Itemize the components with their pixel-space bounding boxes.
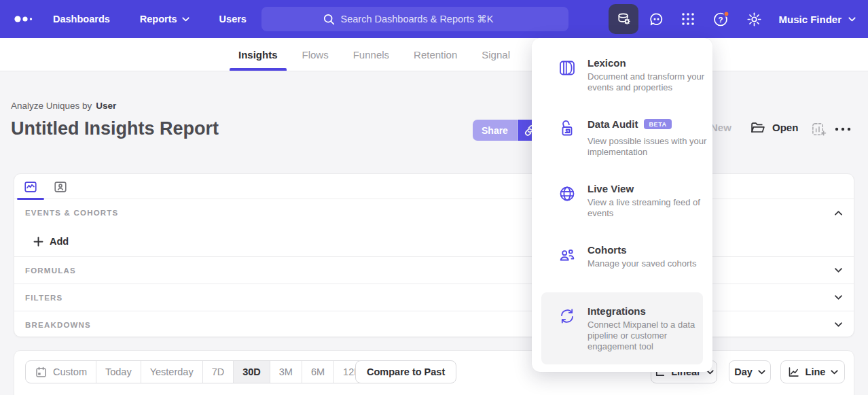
nav-dashboards[interactable]: Dashboards xyxy=(53,14,110,24)
data-management-menu: Lexicon Document and transform your even… xyxy=(532,38,712,372)
range-6m[interactable]: 6M xyxy=(302,361,333,383)
tab-flows[interactable]: Flows xyxy=(293,38,338,71)
breadcrumb: Analyze Uniques byUser xyxy=(11,101,116,111)
add-event-row: Add xyxy=(14,226,854,256)
menu-item-data-audit[interactable]: Data Audit BETA View possible issues wit… xyxy=(558,118,700,158)
time-controls-card: Custom Today Yesterday 7D 30D 3M 6M 12M … xyxy=(14,350,854,395)
workspace-switcher[interactable]: Music Finder xyxy=(778,0,856,38)
menu-item-lexicon[interactable]: Lexicon Document and transform your even… xyxy=(558,57,700,93)
plus-icon xyxy=(33,237,43,247)
menu-item-desc: Manage your saved cohorts xyxy=(587,258,708,269)
filters-label: FILTERS xyxy=(25,294,62,302)
search-icon xyxy=(323,14,335,25)
settings-button[interactable] xyxy=(742,7,766,31)
chevron-down-icon[interactable] xyxy=(834,294,843,300)
events-cohorts-label: EVENTS & COHORTS xyxy=(25,209,118,217)
user-profiles-tab[interactable] xyxy=(46,174,75,199)
menu-item-desc: Document and transform your events and p… xyxy=(587,71,708,93)
report-tabbar: Insights Flows Funnels Retention Signal … xyxy=(0,38,868,71)
chevron-up-icon[interactable] xyxy=(834,210,843,216)
feedback-button[interactable] xyxy=(644,7,668,31)
chevron-down-icon xyxy=(758,370,765,375)
grid-dots-icon xyxy=(680,11,696,27)
chevron-down-icon[interactable] xyxy=(834,267,843,273)
breadcrumb-value[interactable]: User xyxy=(96,101,116,111)
tab-retention[interactable]: Retention xyxy=(405,38,466,71)
chevron-down-icon xyxy=(831,370,838,375)
menu-item-desc: View possible issues with your implement… xyxy=(587,136,708,158)
events-metrics-tab[interactable] xyxy=(16,174,46,199)
query-builder-tabs xyxy=(14,174,854,199)
add-event-button[interactable]: Add xyxy=(33,236,69,247)
data-audit-icon xyxy=(558,120,577,139)
tab-funnels[interactable]: Funnels xyxy=(344,38,398,71)
database-gear-icon xyxy=(615,10,632,28)
menu-item-title: Lexicon xyxy=(587,57,708,69)
help-button[interactable]: ? xyxy=(709,7,734,31)
app-root: Dashboards Reports Users xyxy=(0,0,868,395)
line-chart-icon xyxy=(787,366,800,379)
workspace-name: Music Finder xyxy=(778,14,842,25)
svg-text:?: ? xyxy=(718,16,723,24)
range-7d[interactable]: 7D xyxy=(202,361,234,383)
cohorts-users-icon xyxy=(558,245,577,264)
calendar-icon xyxy=(35,366,48,379)
apps-grid-button[interactable] xyxy=(676,7,700,31)
compare-to-past-button[interactable]: Compare to Past xyxy=(355,360,456,383)
more-dots-icon xyxy=(834,124,852,134)
nav-users[interactable]: Users xyxy=(219,14,247,24)
range-yesterday[interactable]: Yesterday xyxy=(141,361,202,383)
mixpanel-logo-icon[interactable] xyxy=(14,12,34,29)
share-button[interactable]: Share xyxy=(473,120,517,141)
menu-item-title: Live View xyxy=(587,183,708,194)
chart-type-label: Line xyxy=(806,366,826,377)
breakdowns-label: BREAKDOWNS xyxy=(25,321,91,329)
menu-item-live-view[interactable]: Live View View a live streaming feed of … xyxy=(558,183,700,219)
range-custom-label: Custom xyxy=(53,366,87,377)
menu-item-integrations[interactable]: Integrations Connect Mixpanel to a data … xyxy=(541,292,703,364)
interval-label: Day xyxy=(734,366,753,377)
integrations-sync-icon xyxy=(558,307,577,326)
data-management-button[interactable] xyxy=(609,4,638,34)
section-breakdowns[interactable]: BREAKDOWNS xyxy=(14,311,854,338)
global-search[interactable] xyxy=(261,7,568,31)
add-to-dashboard-button[interactable] xyxy=(811,122,827,140)
chevron-down-icon xyxy=(848,17,856,22)
formulas-label: FORMULAS xyxy=(25,267,76,275)
primary-nav: Dashboards Reports Users xyxy=(53,0,247,38)
menu-item-cohorts[interactable]: Cohorts Manage your saved cohorts xyxy=(558,244,700,269)
breadcrumb-prefix: Analyze Uniques by xyxy=(11,101,92,111)
section-events-cohorts[interactable]: EVENTS & COHORTS xyxy=(14,199,854,226)
menu-item-title: Data Audit BETA xyxy=(587,118,708,130)
nav-reports[interactable]: Reports xyxy=(140,14,189,24)
gear-icon xyxy=(746,11,763,28)
chevron-down-icon[interactable] xyxy=(834,322,843,328)
add-label: Add xyxy=(50,236,69,247)
open-report-button[interactable]: Open xyxy=(750,120,798,135)
chart-type-dropdown[interactable]: Line xyxy=(780,360,845,383)
more-actions-button[interactable] xyxy=(834,124,852,137)
lexicon-icon xyxy=(558,58,577,78)
beta-badge: BETA xyxy=(644,119,671,129)
tab-signal[interactable]: Signal xyxy=(473,38,519,71)
menu-item-title: Integrations xyxy=(587,305,708,317)
range-30d[interactable]: 30D xyxy=(233,361,270,383)
range-custom[interactable]: Custom xyxy=(26,361,96,383)
help-icon: ? xyxy=(712,10,731,29)
menu-item-desc: Connect Mixpanel to a data pipeline or c… xyxy=(587,320,708,352)
section-formulas[interactable]: FORMULAS xyxy=(14,256,854,284)
range-3m[interactable]: 3M xyxy=(270,361,302,383)
nav-reports-label: Reports xyxy=(140,14,177,24)
section-filters[interactable]: FILTERS xyxy=(14,284,854,311)
live-view-globe-icon xyxy=(558,184,577,203)
search-input[interactable] xyxy=(341,14,507,24)
query-builder-card: EVENTS & COHORTS Add FORMULAS FILTERS BR… xyxy=(14,173,854,337)
notification-dot xyxy=(724,12,729,16)
chat-bubble-icon xyxy=(648,11,665,28)
range-today[interactable]: Today xyxy=(96,361,141,383)
new-report-button[interactable]: New xyxy=(710,122,731,133)
user-profile-icon xyxy=(53,179,68,194)
interval-dropdown[interactable]: Day xyxy=(729,360,771,383)
tab-insights[interactable]: Insights xyxy=(230,38,287,71)
page-title[interactable]: Untitled Insights Report xyxy=(11,118,219,139)
